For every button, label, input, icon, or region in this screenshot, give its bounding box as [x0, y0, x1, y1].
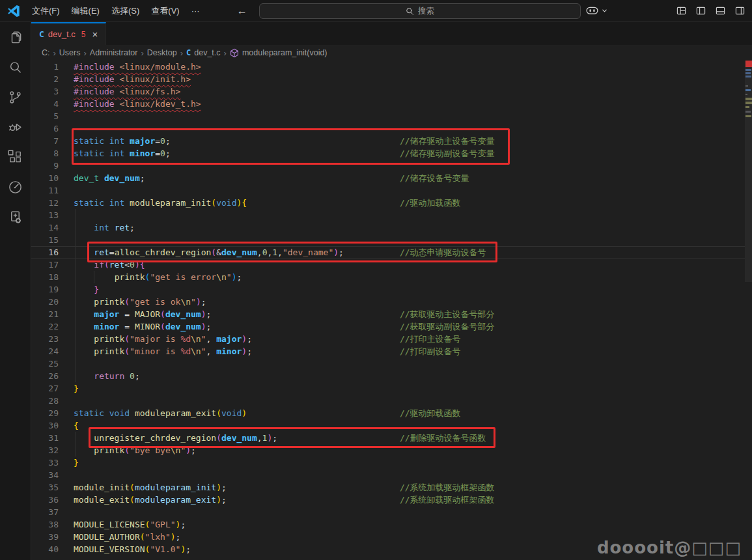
breadcrumb-users[interactable]: Users	[59, 48, 81, 57]
code-line-34[interactable]: 34	[31, 469, 745, 481]
line-number[interactable]: 6	[31, 122, 59, 135]
menu-file[interactable]: 文件(F)	[26, 0, 66, 21]
line-number[interactable]: 18	[31, 271, 59, 283]
line-number[interactable]: 35	[31, 481, 59, 494]
code-line-20[interactable]: 20 printk("get is ok\n");	[31, 296, 745, 308]
command-center-search[interactable]: 搜索	[259, 3, 581, 19]
breadcrumb-drive[interactable]: C:	[42, 48, 50, 57]
tab-dev-t-c[interactable]: C dev_t.c 5 ×	[31, 22, 106, 45]
line-number[interactable]: 40	[31, 543, 59, 555]
code-line-4[interactable]: 4#include <linux/kdev_t.h>	[31, 98, 745, 110]
inline-comment: //打印副设备号	[400, 345, 461, 357]
line-number[interactable]: 11	[31, 184, 59, 197]
line-number[interactable]: 25	[31, 357, 59, 370]
code-line-11[interactable]: 11	[31, 184, 745, 197]
line-number[interactable]: 8	[31, 147, 59, 160]
tab-close-icon[interactable]: ×	[92, 29, 98, 39]
toggle-secondary-sidebar-icon[interactable]	[734, 6, 745, 16]
code-line-5[interactable]: 5	[31, 110, 745, 122]
code-line-22[interactable]: 22 minor = MINOR(dev_num);//获取驱动副设备号部分	[31, 320, 745, 333]
toggle-panel-icon[interactable]	[715, 6, 726, 16]
line-number[interactable]: 21	[31, 308, 59, 320]
line-number[interactable]: 20	[31, 296, 59, 308]
gauge-extension-icon[interactable]	[0, 172, 31, 202]
menu-view[interactable]: 查看(V)	[145, 0, 185, 21]
code-line-2[interactable]: 2#include <linux/init.h>	[31, 73, 745, 85]
run-debug-icon[interactable]	[0, 112, 31, 142]
code-line-18[interactable]: 18 printk("get is error\n");	[31, 271, 745, 283]
code-line-19[interactable]: 19 }	[31, 283, 745, 296]
code-line-23[interactable]: 23 printk("major is %d\n", major);//打印主设…	[31, 333, 745, 345]
code-editor[interactable]: dooooit@□□□ 1#include <linux/module.h>2#…	[31, 61, 752, 560]
minimap[interactable]	[745, 61, 752, 560]
copilot-menu[interactable]	[585, 3, 607, 18]
line-number[interactable]: 27	[31, 382, 59, 395]
line-number[interactable]: 2	[31, 73, 59, 85]
line-number[interactable]: 1	[31, 61, 59, 73]
search-sidebar-icon[interactable]	[0, 52, 31, 82]
code-line-10[interactable]: 10dev_t dev_num;//储存设备号变量	[31, 172, 745, 184]
code-line-25[interactable]: 25	[31, 357, 745, 370]
menu-edit[interactable]: 编辑(E)	[66, 0, 105, 21]
line-number[interactable]: 39	[31, 531, 59, 543]
line-number[interactable]: 33	[31, 456, 59, 469]
code-line-14[interactable]: 14 int ret;	[31, 221, 745, 234]
line-number[interactable]: 31	[31, 432, 59, 444]
line-number[interactable]: 26	[31, 370, 59, 382]
extensions-icon[interactable]	[0, 142, 31, 172]
code-line-12[interactable]: 12static int moduleparam_init(void){//驱动…	[31, 197, 745, 209]
line-number[interactable]: 36	[31, 494, 59, 506]
breadcrumb-symbol[interactable]: moduleparam_init(void)	[242, 48, 327, 57]
line-number[interactable]: 13	[31, 209, 59, 221]
line-number[interactable]: 29	[31, 407, 59, 419]
line-number[interactable]: 16	[31, 246, 59, 259]
line-number[interactable]: 34	[31, 469, 59, 481]
line-number[interactable]: 19	[31, 283, 59, 296]
line-number[interactable]: 38	[31, 518, 59, 531]
line-number[interactable]: 9	[31, 160, 59, 172]
line-number[interactable]: 5	[31, 110, 59, 122]
line-number[interactable]: 15	[31, 234, 59, 246]
code-line-24[interactable]: 24 printk("minor is %d\n", minor);//打印副设…	[31, 345, 745, 357]
line-number[interactable]: 22	[31, 320, 59, 333]
breadcrumb-file[interactable]: dev_t.c	[194, 48, 220, 57]
code-line-37[interactable]: 37	[31, 506, 745, 518]
inline-comment: //打印主设备号	[400, 333, 461, 345]
customize-layout-icon[interactable]	[676, 6, 687, 16]
line-number[interactable]: 7	[31, 135, 59, 147]
breadcrumb-administrator[interactable]: Administrator	[90, 48, 138, 57]
code-line-26[interactable]: 26 return 0;	[31, 370, 745, 382]
explorer-icon[interactable]	[0, 22, 31, 52]
code-line-27[interactable]: 27}	[31, 382, 745, 395]
line-number[interactable]: 37	[31, 506, 59, 518]
toggle-primary-sidebar-icon[interactable]	[695, 6, 706, 16]
line-number[interactable]: 28	[31, 395, 59, 407]
menu-overflow[interactable]: ···	[186, 0, 206, 21]
line-number[interactable]: 3	[31, 85, 59, 98]
code-line-3[interactable]: 3#include <linux/fs.h>	[31, 85, 745, 98]
code-line-35[interactable]: 35module_init(moduleparam_init);//系统加载驱动…	[31, 481, 745, 494]
code-line-29[interactable]: 29static void moduleparam_exit(void)//驱动…	[31, 407, 745, 419]
source-control-icon[interactable]	[0, 82, 31, 112]
code-line-13[interactable]: 13	[31, 209, 745, 221]
back-arrow-icon[interactable]: ←	[236, 5, 249, 17]
line-number[interactable]: 24	[31, 345, 59, 357]
code-line-1[interactable]: 1#include <linux/module.h>	[31, 61, 745, 73]
code-line-33[interactable]: 33}	[31, 456, 745, 469]
line-number[interactable]: 23	[31, 333, 59, 345]
code-line-28[interactable]: 28	[31, 395, 745, 407]
line-number[interactable]: 17	[31, 259, 59, 271]
line-number[interactable]: 10	[31, 172, 59, 184]
code-line-21[interactable]: 21 major = MAJOR(dev_num);//获取驱动主设备号部分	[31, 308, 745, 320]
code-line-38[interactable]: 38MODULE_LICENSE("GPL");	[31, 518, 745, 531]
line-number[interactable]: 4	[31, 98, 59, 110]
menu-selection[interactable]: 选择(S)	[105, 0, 145, 21]
line-number[interactable]: 12	[31, 197, 59, 209]
file-settings-extension-icon[interactable]	[0, 202, 31, 232]
breadcrumb-desktop[interactable]: Desktop	[147, 48, 177, 57]
line-number[interactable]: 14	[31, 221, 59, 234]
code-text: int ret;	[74, 221, 135, 234]
line-number[interactable]: 32	[31, 444, 59, 456]
line-number[interactable]: 30	[31, 419, 59, 432]
code-line-36[interactable]: 36module_exit(moduleparam_exit);//系统卸载驱动…	[31, 494, 745, 506]
